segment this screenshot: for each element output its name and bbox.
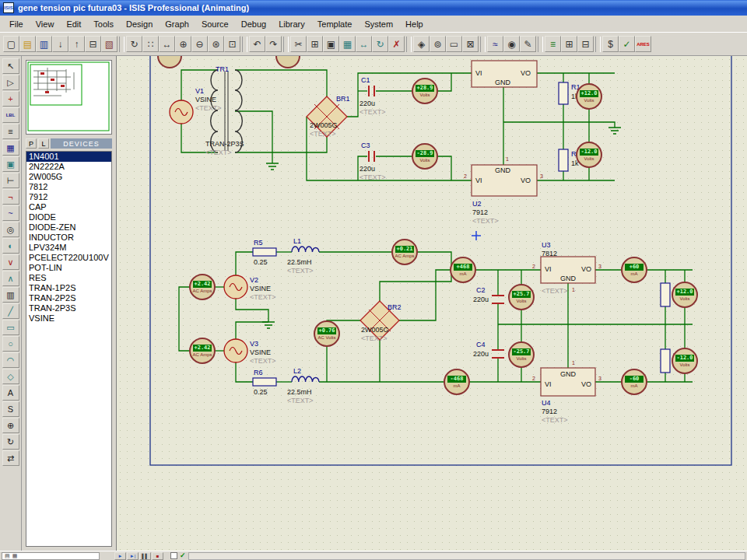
text-script-tool[interactable]: ≡ — [2, 124, 19, 139]
device-item-vsine[interactable]: VSINE — [26, 313, 111, 324]
menu-source[interactable]: Source — [195, 17, 235, 31]
voltage-probe-tool[interactable]: ∨ — [2, 254, 19, 270]
c1-voltmeter[interactable]: +28.9Volts — [412, 78, 438, 104]
tape-recorder-mode-tool[interactable]: ◎ — [2, 222, 19, 237]
block-delete-button[interactable]: ✗ — [388, 36, 405, 52]
decompose-button[interactable]: ⊠ — [462, 36, 479, 52]
make-device-button[interactable]: ⊚ — [430, 36, 446, 52]
new-design-button[interactable]: ▢ — [3, 36, 19, 52]
device-item-pcelect220u100v[interactable]: PCELECT220U100V — [26, 253, 111, 263]
copy-button[interactable]: ⊞ — [307, 36, 323, 52]
r3-voltmeter[interactable]: +12.0Volts — [672, 282, 698, 308]
wire-label-tool[interactable]: LBL — [2, 107, 19, 123]
device-list[interactable]: 1N40012N2222A2W005G78127912CAPDIODEDIODE… — [26, 151, 112, 547]
device-item-lpv324m[interactable]: LPV324M — [26, 243, 111, 253]
toggle-grid-button[interactable]: ∷ — [142, 36, 159, 52]
current-probe-tool[interactable]: ∧ — [2, 271, 19, 286]
2d-text-tool[interactable]: A — [2, 385, 19, 401]
block-copy-button[interactable]: ▦ — [339, 36, 356, 52]
property-assignment-button[interactable]: ✎ — [520, 36, 536, 52]
graph-mode-tool[interactable]: ~ — [2, 205, 19, 221]
netlist-to-ares-button[interactable]: ARES — [635, 36, 651, 52]
v3-ammeter[interactable]: +2.42AC Amps — [189, 338, 216, 364]
2d-arc-tool[interactable]: ◠ — [2, 352, 19, 368]
generator-mode-tool[interactable]: ◐ — [2, 238, 19, 254]
2d-box-tool[interactable]: ▭ — [2, 320, 19, 335]
v2-ammeter[interactable]: +2.42AC Amps — [189, 274, 216, 300]
import-section-button[interactable]: ↓ — [52, 36, 68, 52]
library-button[interactable]: L — [38, 138, 49, 149]
bus-mode-tool[interactable]: ▦ — [2, 140, 19, 156]
l1-ammeter[interactable]: +0.21AC Amps — [391, 239, 418, 265]
zoom-out-button[interactable]: ⊖ — [191, 36, 208, 52]
remove-sheet-button[interactable]: ⊟ — [577, 36, 594, 52]
dc-ammeter-neg[interactable]: -468mA — [444, 369, 470, 395]
export-section-button[interactable]: ↑ — [68, 36, 85, 52]
block-rotate-button[interactable]: ↻ — [372, 36, 388, 52]
pause-button[interactable]: ▌▌ — [139, 552, 151, 560]
device-item-7812[interactable]: 7812 — [26, 182, 111, 192]
device-item-2w005g[interactable]: 2W005G — [26, 172, 111, 182]
device-item-inductor[interactable]: INDUCTOR — [26, 233, 111, 243]
save-design-button[interactable]: ▥ — [36, 36, 52, 52]
rotate-clockwise-tool[interactable]: ↻ — [2, 434, 19, 450]
junction-dot-tool[interactable]: + — [2, 91, 19, 107]
device-item-7912[interactable]: 7912 — [26, 192, 111, 202]
r1-voltmeter[interactable]: +12.0Volts — [576, 83, 602, 110]
bill-of-materials-button[interactable]: $ — [602, 36, 619, 52]
c2-voltmeter[interactable]: +25.7Volts — [508, 284, 535, 310]
device-item-diode-zen[interactable]: DIODE-ZEN — [26, 222, 111, 233]
menu-graph[interactable]: Graph — [159, 17, 195, 31]
undo-button[interactable]: ↶ — [249, 36, 265, 52]
overview-window[interactable] — [26, 60, 112, 135]
mark-output-area-button[interactable]: ▧ — [101, 36, 117, 52]
menu-help[interactable]: Help — [399, 17, 430, 31]
menu-file[interactable]: File — [3, 17, 30, 31]
pick-device-button[interactable]: ◈ — [413, 36, 430, 52]
paste-button[interactable]: ▣ — [323, 36, 339, 52]
br2-voltmeter[interactable]: +0.76AC Volts — [314, 320, 340, 347]
terminal-mode-tool[interactable]: ⊢ — [2, 173, 19, 188]
r4-voltmeter[interactable]: -12.0Volts — [672, 348, 698, 374]
menu-view[interactable]: View — [30, 17, 61, 31]
pick-devices-button[interactable]: P — [26, 138, 37, 149]
2d-path-tool[interactable]: ◇ — [2, 369, 19, 384]
block-move-button[interactable]: ↔ — [356, 36, 372, 52]
design-explorer-button[interactable]: ≡ — [545, 36, 561, 52]
device-item-cap[interactable]: CAP — [26, 202, 111, 212]
u4-output-ammeter[interactable]: -60mA — [621, 369, 647, 395]
2d-symbol-tool[interactable]: S — [2, 401, 19, 417]
menu-design[interactable]: Design — [120, 17, 159, 31]
subcircuit-mode-tool[interactable]: ▣ — [2, 156, 19, 172]
redo-button[interactable]: ↷ — [265, 36, 282, 52]
2d-circle-tool[interactable]: ○ — [2, 336, 19, 352]
device-item-1n4001[interactable]: 1N4001 — [26, 152, 111, 162]
device-item-res[interactable]: RES — [26, 273, 111, 283]
stop-button[interactable]: ■ — [152, 552, 163, 560]
device-item-2n2222a[interactable]: 2N2222A — [26, 162, 111, 172]
status-checkbox[interactable] — [170, 552, 177, 559]
search-tag-button[interactable]: ◉ — [503, 36, 520, 52]
c3-voltmeter[interactable]: -28.9Volts — [412, 143, 438, 170]
mirror-horizontal-tool[interactable]: ⇄ — [2, 450, 19, 466]
menu-template[interactable]: Template — [311, 17, 359, 31]
u3-output-ammeter[interactable]: +60mA — [621, 257, 647, 283]
menu-tools[interactable]: Tools — [87, 17, 120, 31]
device-item-diode[interactable]: DIODE — [26, 212, 111, 222]
device-item-tran-2p2s[interactable]: TRAN-2P2S — [26, 293, 111, 303]
c4-voltmeter[interactable]: -25.7Volts — [508, 341, 535, 368]
menu-debug[interactable]: Debug — [235, 17, 272, 31]
2d-marker-tool[interactable]: ⊕ — [2, 418, 19, 433]
electrical-rule-check-button[interactable]: ✓ — [619, 36, 635, 52]
component-mode-tool[interactable]: ▷ — [2, 75, 19, 90]
device-item-tran-2p3s[interactable]: TRAN-2P3S — [26, 303, 111, 313]
zoom-all-button[interactable]: ⊛ — [208, 36, 224, 52]
device-item-tran-1p2s[interactable]: TRAN-1P2S — [26, 283, 111, 293]
menu-system[interactable]: System — [358, 17, 399, 31]
r2-voltmeter[interactable]: -12.0Volts — [576, 142, 602, 168]
2d-line-tool[interactable]: ╱ — [2, 303, 19, 319]
dc-ammeter-pos[interactable]: +468mA — [450, 257, 476, 283]
zoom-in-button[interactable]: ⊕ — [175, 36, 191, 52]
print-button[interactable]: ⊟ — [85, 36, 101, 52]
play-button[interactable]: ► — [114, 552, 126, 560]
